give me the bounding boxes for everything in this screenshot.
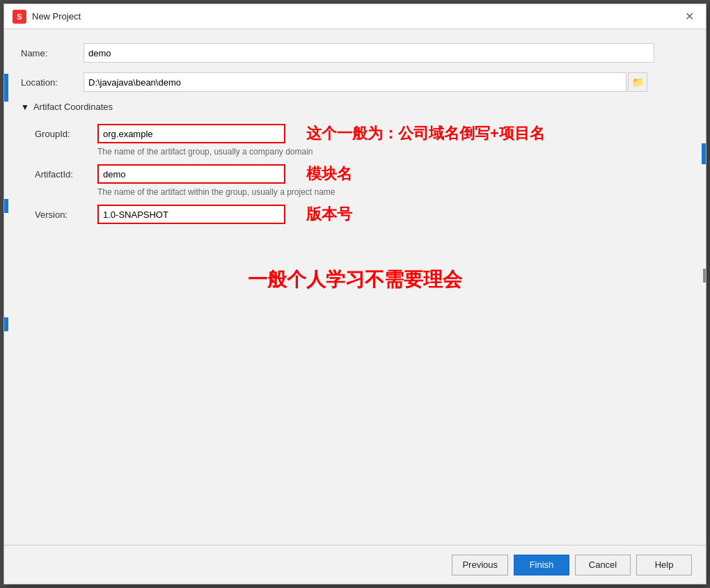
groupid-annotation: 这个一般为：公司域名倒写+项目名 [306,123,545,144]
close-button[interactable]: ✕ [681,8,697,25]
dialog-title: New Project [32,11,81,22]
version-annotation: 版本号 [306,204,352,225]
artifactid-input[interactable] [97,164,285,184]
artifact-section-title: Artifact Coordinates [33,102,113,112]
location-row: Location: 📁 [21,72,689,92]
location-input[interactable] [84,72,626,92]
new-project-dialog: S New Project ✕ Name: Location: 📁 ▼ Arti… [3,3,707,585]
section-toggle-icon[interactable]: ▼ [21,102,29,112]
version-input[interactable] [97,205,285,224]
groupid-field-row: GroupId: 这个一般为：公司域名倒写+项目名 [35,123,689,144]
artifactid-label: ArtifactId: [35,169,97,180]
cancel-button[interactable]: Cancel [575,555,631,575]
artifactid-annotation: 模块名 [306,164,352,184]
name-row: Name: [21,43,689,63]
artifact-section-header: ▼ Artifact Coordinates [21,102,689,112]
title-bar: S New Project ✕ [4,4,706,29]
name-input[interactable] [84,43,654,63]
artifactid-row: ArtifactId: 模块名 The name of the artifact… [35,164,689,197]
help-button[interactable]: Help [636,555,692,575]
dialog-footer: Previous Finish Cancel Help [4,545,706,584]
version-field-row: Version: 版本号 [35,204,689,225]
groupid-hint: The name of the artifact group, usually … [97,147,689,157]
app-icon: S [13,10,26,24]
groupid-label: GroupId: [35,129,97,139]
artifactid-field-row: ArtifactId: 模块名 [35,164,689,184]
groupid-row: GroupId: 这个一般为：公司域名倒写+项目名 The name of th… [35,123,689,157]
folder-browse-button[interactable]: 📁 [628,72,647,92]
finish-button[interactable]: Finish [514,555,569,575]
location-label: Location: [21,77,84,88]
version-label: Version: [35,209,97,220]
artifactid-hint: The name of the artifact within the grou… [97,187,689,197]
version-row: Version: 版本号 [35,204,689,225]
groupid-input[interactable] [97,124,285,143]
artifact-section-body: GroupId: 这个一般为：公司域名倒写+项目名 The name of th… [21,123,689,225]
center-annotation: 一般个人学习不需要理会 [21,267,689,293]
name-label: Name: [21,48,84,58]
title-bar-left: S New Project [13,10,81,24]
dialog-content: Name: Location: 📁 ▼ Artifact Coordinates… [4,29,706,545]
previous-button[interactable]: Previous [452,555,508,575]
